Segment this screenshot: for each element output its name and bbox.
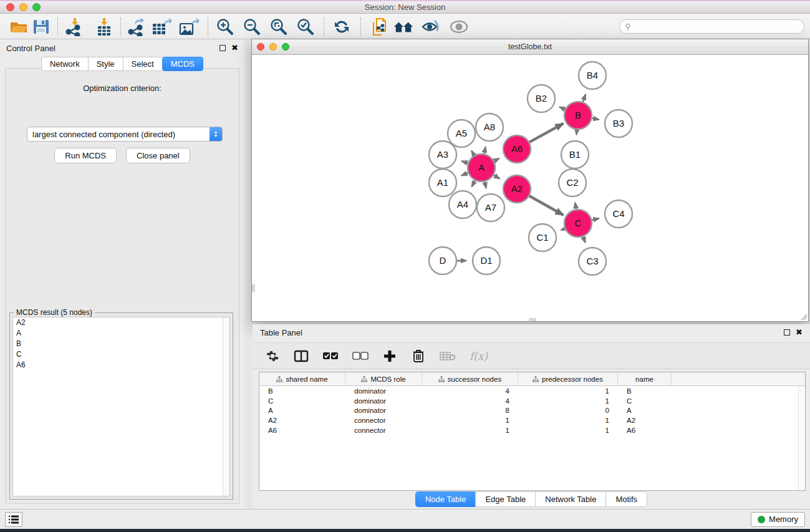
node-A7[interactable]: A7 [477,194,504,221]
table-row[interactable]: A6connector11A6 [259,425,805,435]
edge-A-A2[interactable] [493,175,500,178]
tab-mcds[interactable]: MCDS [162,57,203,71]
node-C[interactable]: C [564,210,592,237]
edge-A-A6[interactable] [493,158,499,162]
edge-A2-C[interactable] [529,196,563,215]
node-C2[interactable]: C2 [559,169,586,196]
table-cell[interactable]: 0 [518,407,618,414]
home-networks-button[interactable] [393,17,414,37]
network-canvas[interactable]: A5A8A3A1A4A7AA6A2BB2B4B3B1CC2C4C1C3DD1 [252,55,808,321]
hide-graphics-details-button[interactable] [420,17,441,37]
tab-node-table[interactable]: Node Table [415,491,476,507]
table-cell[interactable]: 4 [422,387,518,395]
clone-network-button[interactable] [369,17,390,37]
column-header-name[interactable]: name [618,372,672,385]
tab-motifs[interactable]: Motifs [605,491,647,507]
tab-network-table[interactable]: Network Table [535,491,605,507]
table-cell[interactable]: 8 [422,407,518,414]
zoom-in-button[interactable] [215,17,236,37]
zoom-out-button[interactable] [241,17,263,37]
node-C3[interactable]: C3 [579,248,606,275]
mcds-result-item[interactable]: B [13,339,229,349]
resize-grip-icon[interactable] [800,313,808,321]
node-B1[interactable]: B1 [561,141,589,168]
node-C4[interactable]: C4 [605,200,632,228]
node-D1[interactable]: D1 [473,247,500,274]
table-cell[interactable]: 1 [518,387,618,395]
show-columns-button[interactable] [294,347,309,365]
edge-A-A7[interactable] [485,181,486,188]
task-history-button[interactable] [5,512,22,527]
table-row[interactable]: Cdominator41C [259,396,805,406]
table-cell[interactable]: A [618,407,672,414]
edge-A-A1[interactable] [461,173,469,176]
table-settings-button[interactable] [265,347,280,365]
edge-C-C4[interactable] [591,218,599,220]
table-cell[interactable]: dominator [345,407,422,414]
tab-edge-table[interactable]: Edge Table [475,491,535,507]
edge-A6-B[interactable] [529,123,563,142]
column-header-MCDS-role[interactable]: MCDS role [345,372,422,385]
float-panel-icon[interactable] [219,45,226,51]
table-cell[interactable]: C [618,397,672,405]
network-window-titlebar[interactable]: testGlobe.txt [252,39,808,55]
edge-A-A8[interactable] [484,147,485,154]
import-network-button[interactable] [63,17,84,37]
table-cell[interactable]: A [259,407,345,414]
table-scrollbar[interactable] [798,386,805,490]
mcds-list-scrollbar[interactable] [223,317,229,496]
zoom-selected-button[interactable] [295,17,316,37]
node-B[interactable]: B [564,102,592,129]
close-panel-button[interactable]: Close panel [126,148,190,163]
table-cell[interactable]: B [618,387,672,395]
node-D[interactable]: D [429,247,456,274]
table-row[interactable]: Adominator80A [259,405,805,415]
table-cell[interactable]: 4 [422,397,518,405]
table-cell[interactable]: B [259,387,345,395]
edge-B-B3[interactable] [592,118,599,119]
show-graphics-details-button[interactable] [448,17,470,37]
node-A2[interactable]: A2 [503,175,531,203]
node-A5[interactable]: A5 [448,120,475,147]
node-A4[interactable]: A4 [449,191,476,218]
add-column-button[interactable] [382,347,397,365]
column-header-shared-name[interactable]: shared name [259,372,345,385]
table-cell[interactable]: A2 [259,417,345,424]
node-B4[interactable]: B4 [579,62,606,89]
close-table-panel-icon[interactable]: ✖ [796,329,803,336]
table-cell[interactable]: dominator [345,397,422,405]
table-row[interactable]: Bdominator41B [259,386,805,396]
mcds-result-item[interactable]: A2 [13,317,229,328]
float-table-panel-icon[interactable] [784,329,790,336]
import-table-button[interactable] [94,17,115,37]
table-cell[interactable]: A2 [618,417,672,424]
table-cell[interactable]: dominator [345,387,422,395]
edge-A-A4[interactable] [472,180,476,187]
table-cell[interactable]: 1 [422,427,518,434]
mcds-result-item[interactable]: A [13,328,229,339]
function-builder-button[interactable]: f(x) [470,347,488,365]
run-mcds-button[interactable]: Run MCDS [54,148,117,163]
edge-C-C3[interactable] [583,236,586,243]
refresh-button[interactable] [331,17,352,37]
tab-network[interactable]: Network [41,57,88,71]
node-A[interactable]: A [468,154,495,181]
table-cell[interactable]: connector [345,417,422,424]
edge-A-A3[interactable] [461,161,468,163]
close-panel-icon[interactable]: ✖ [231,45,238,51]
search-input[interactable] [631,22,804,31]
tab-select[interactable]: Select [123,57,162,71]
table-cell[interactable]: connector [345,427,422,434]
deselect-all-button[interactable] [352,347,369,365]
edge-A-A5[interactable] [471,151,475,156]
table-cell[interactable]: A6 [259,427,345,434]
select-all-button[interactable] [322,347,339,365]
edge-C-C2[interactable] [575,203,576,210]
node-A6[interactable]: A6 [503,135,531,163]
edge-B-B1[interactable] [577,129,577,135]
table-cell[interactable]: A6 [618,427,672,434]
table-cell[interactable]: C [259,397,345,405]
mcds-result-list[interactable]: A2ABCA6 [12,317,230,496]
export-image-button[interactable] [179,17,200,37]
node-A3[interactable]: A3 [429,141,456,168]
